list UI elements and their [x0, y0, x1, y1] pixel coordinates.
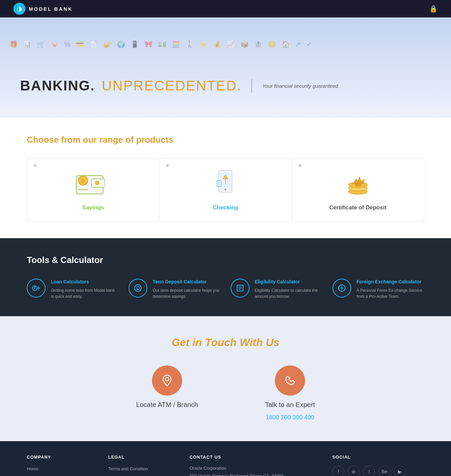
contact-section: Get in Touch With Us Locate ATM / Branch…: [0, 316, 451, 441]
svg-text:$: $: [137, 287, 139, 290]
forex-tool-text: Foreign Exchange Calculator A Personal F…: [357, 279, 424, 299]
hero-section: 🎁 📊 🛒 🐷 % 💳 📄 🔐 🌍 📱 🎀 💵 🧮 🚶 ⭐ 💰 📈 📦 🏦 🪙 …: [0, 17, 451, 118]
banner-icon-check: ✓: [306, 40, 312, 48]
loan-title-colored: Loan: [51, 279, 62, 284]
footer-col-legal: LEGAL Terms and Condition Privacy Policy…: [108, 455, 169, 476]
hero-unprecedented: UNPRECEDENTED.: [102, 78, 242, 94]
product-card-cd[interactable]: $$$ Certificate of Deposit: [292, 159, 424, 221]
elig-title-rest: Calculator: [276, 279, 300, 284]
contact-title-rest: With Us: [237, 336, 280, 348]
product-dot-cd: [299, 164, 301, 167]
svg-point-8: [224, 189, 226, 191]
twitter-icon[interactable]: t: [363, 466, 375, 476]
youtube-icon[interactable]: ▶: [394, 466, 406, 476]
banner-icon-chart2: 📈: [227, 40, 235, 48]
footer-col-social: SOCIAL f ⊛ t Be ▶: [332, 455, 424, 476]
product-card-savings[interactable]: $ Savings: [27, 159, 159, 221]
banner-icon-calculator: 🧮: [172, 40, 180, 48]
contact-title-colored: Touch: [205, 336, 237, 348]
banner-icon-arrow: ↗: [295, 40, 301, 48]
tools-grid: Loan Calculators Getting home loan from …: [27, 279, 424, 299]
banner-icon-chart: 📊: [23, 40, 31, 48]
app-title: MODEL BANK: [29, 6, 73, 12]
location-label: Locate ATM / Branch: [136, 401, 198, 409]
loan-tool-text: Loan Calculators Getting home loan from …: [51, 279, 119, 299]
td-title-colored: Term Deposit: [153, 279, 182, 284]
products-section: Choose from our range of products $ Savi…: [0, 118, 451, 238]
tool-item-eligibility[interactable]: Eligibility Calculator Eligibility Calcu…: [231, 279, 322, 299]
banner-icon-gift2: 🎀: [144, 40, 153, 48]
banner-icon-money: 💵: [158, 40, 166, 48]
instagram-icon[interactable]: ⊛: [348, 466, 360, 476]
products-title-colored: products: [136, 135, 173, 145]
contact-item-phone[interactable]: Talk to an Expert 1800 200 300 400: [265, 365, 315, 421]
svg-text:$: $: [81, 178, 84, 183]
forex-title-rest: Calculator: [397, 279, 421, 284]
footer-columns: COMPANY Home About Help LEGAL Terms and …: [27, 455, 424, 476]
loan-description: Getting home loan from Model bank is qui…: [51, 287, 119, 299]
banner-icon-piggy: 🐷: [51, 40, 59, 48]
eligibility-icon: [231, 279, 249, 297]
hero-banking: BANKING.: [20, 78, 95, 94]
svg-point-2: [95, 181, 99, 185]
footer-link-privacy[interactable]: Privacy Policy: [108, 475, 169, 476]
product-dot-checking: [166, 164, 169, 167]
banner-icon-lock: 🔐: [103, 40, 111, 48]
svg-rect-5: [78, 189, 88, 190]
elig-description: Eligibility Calculator to calculate the …: [255, 287, 322, 299]
hero-text: BANKING. UNPRECEDENTED. Your financial s…: [0, 71, 451, 100]
elig-title-colored: Eligibility: [255, 279, 276, 284]
banner-icon-star: ⭐: [199, 40, 208, 48]
banner-icon-wallet: 💳: [76, 40, 84, 48]
lock-icon: 🔒: [429, 5, 438, 13]
products-grid: $ Savings Checking: [27, 158, 424, 221]
hero-tagline: Your financial security guaranteed.: [262, 83, 339, 89]
footer-link-home[interactable]: Home: [27, 466, 88, 472]
banner-icon-bank: 🏦: [254, 40, 262, 48]
banner-icon-card: 💰: [213, 40, 221, 48]
tool-item-term-deposit[interactable]: $ Term Deposit Calculator Our term depos…: [129, 279, 220, 299]
checking-image: [205, 169, 245, 199]
banner-icon-box: 📦: [240, 40, 249, 48]
tool-item-loan[interactable]: Loan Calculators Getting home loan from …: [27, 279, 119, 299]
savings-image: $: [73, 169, 113, 199]
footer-company-name: Oracle Corporation: [190, 466, 312, 471]
product-card-checking[interactable]: Checking: [159, 159, 292, 221]
phone-icon: [275, 365, 305, 396]
forex-title-colored: Foreign Exchange: [357, 279, 397, 284]
footer-link-terms[interactable]: Terms and Condition: [108, 466, 169, 472]
header: ◑ MODEL BANK 🔒: [0, 0, 451, 17]
footer-legal-heading: LEGAL: [108, 455, 169, 460]
banner-icon-doc: 📄: [89, 40, 98, 48]
footer-col-contact: CONTACT US Oracle Corporation 500 Oracle…: [190, 455, 312, 476]
footer: COMPANY Home About Help LEGAL Terms and …: [0, 441, 451, 476]
cd-label: Certificate of Deposit: [329, 204, 386, 211]
product-dot-savings: [34, 164, 36, 167]
contact-grid: Locate ATM / Branch Talk to an Expert 18…: [27, 365, 424, 421]
logo-icon: ◑: [13, 3, 25, 15]
products-title: Choose from our range of products: [27, 135, 424, 145]
forex-icon: [332, 279, 351, 297]
footer-company-heading: COMPANY: [27, 455, 88, 460]
facebook-icon[interactable]: f: [332, 466, 344, 476]
tool-item-forex[interactable]: Foreign Exchange Calculator A Personal F…: [332, 279, 424, 299]
checking-label: Checking: [213, 204, 238, 211]
banner-icon-house: 🏠: [282, 40, 290, 48]
footer-contact-heading: CONTACT US: [190, 455, 312, 460]
loan-title-rest: Calculators: [62, 279, 89, 284]
behance-icon[interactable]: Be: [378, 466, 390, 476]
loan-icon: [27, 279, 46, 297]
hero-divider: [251, 79, 252, 92]
banner-icon-coin: 🪙: [268, 40, 276, 48]
cd-image: $$$: [338, 169, 378, 199]
contact-item-location[interactable]: Locate ATM / Branch: [136, 365, 198, 421]
banner-icon-gift: 🎁: [9, 40, 18, 48]
phone-number[interactable]: 1800 200 300 400: [266, 414, 314, 421]
footer-link-about[interactable]: About: [27, 475, 88, 476]
forex-description: A Personal Forex Ex-change Service from …: [357, 287, 424, 299]
td-description: Our term deposit calculator helps you de…: [153, 287, 220, 299]
tools-title: Tools & Calculator: [27, 255, 424, 265]
contact-title: Get in Touch With Us: [27, 336, 424, 349]
banner-icon-percent: %: [64, 41, 70, 48]
header-logo[interactable]: ◑ MODEL BANK: [13, 3, 73, 15]
